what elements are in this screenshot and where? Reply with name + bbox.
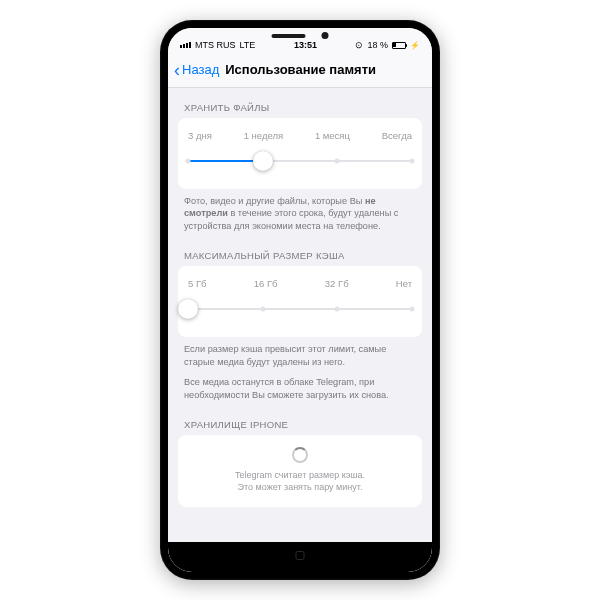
alarm-icon: ⊙ (355, 40, 363, 50)
screen: MTS RUS LTE 13:51 ⊙ 18 % ⚡ ‹ Назад Испол… (168, 28, 432, 572)
back-button[interactable]: ‹ Назад (174, 61, 219, 79)
charging-icon: ⚡ (410, 41, 420, 50)
chevron-left-icon: ‹ (174, 61, 180, 79)
loading-line-1: Telegram считает размер кэша. (188, 469, 412, 481)
phone-chin (168, 542, 432, 572)
battery-icon (392, 42, 406, 49)
keep-files-labels: 3 дня 1 неделя 1 месяц Всегда (188, 130, 412, 141)
cache-size-card: 5 Гб 16 Гб 32 Гб Нет (178, 266, 422, 337)
iphone-storage-card: Telegram считает размер кэша. Это может … (178, 435, 422, 507)
keep-files-thumb[interactable] (253, 151, 273, 171)
iphone-storage-header: ХРАНИЛИЩЕ IPHONE (184, 419, 416, 430)
clock: 13:51 (294, 40, 317, 50)
loading-line-2: Это может занять пару минут. (188, 481, 412, 493)
cache-footer-1: Если размер кэша превысит этот лимит, са… (184, 343, 416, 368)
phone-frame: MTS RUS LTE 13:51 ⊙ 18 % ⚡ ‹ Назад Испол… (160, 20, 440, 580)
spinner-icon (292, 447, 308, 463)
cache-size-header: МАКСИМАЛЬНЫЙ РАЗМЕР КЭША (184, 250, 416, 261)
signal-icon (180, 42, 191, 48)
label-none: Нет (396, 278, 412, 289)
cache-size-thumb[interactable] (178, 299, 198, 319)
nav-bar: ‹ Назад Использование памяти (168, 52, 432, 88)
label-forever: Всегда (382, 130, 412, 141)
keep-files-header: ХРАНИТЬ ФАЙЛЫ (184, 102, 416, 113)
label-1month: 1 месяц (315, 130, 350, 141)
network-label: LTE (240, 40, 256, 50)
label-1week: 1 неделя (244, 130, 283, 141)
keep-files-slider[interactable] (188, 151, 412, 171)
scroll-content[interactable]: ХРАНИТЬ ФАЙЛЫ 3 дня 1 неделя 1 месяц Все… (168, 88, 432, 572)
page-title: Использование памяти (225, 62, 376, 77)
back-label: Назад (182, 62, 219, 77)
label-3days: 3 дня (188, 130, 212, 141)
keep-files-footer: Фото, видео и другие файлы, которые Вы н… (184, 195, 416, 232)
battery-label: 18 % (367, 40, 388, 50)
keep-files-card: 3 дня 1 неделя 1 месяц Всегда (178, 118, 422, 189)
label-16gb: 16 Гб (254, 278, 278, 289)
cache-footer-2: Все медиа останутся в облаке Telegram, п… (184, 376, 416, 401)
cache-size-labels: 5 Гб 16 Гб 32 Гб Нет (188, 278, 412, 289)
carrier-label: MTS RUS (195, 40, 236, 50)
phone-sensors (272, 32, 329, 39)
label-5gb: 5 Гб (188, 278, 207, 289)
cache-size-slider[interactable] (188, 299, 412, 319)
label-32gb: 32 Гб (325, 278, 349, 289)
